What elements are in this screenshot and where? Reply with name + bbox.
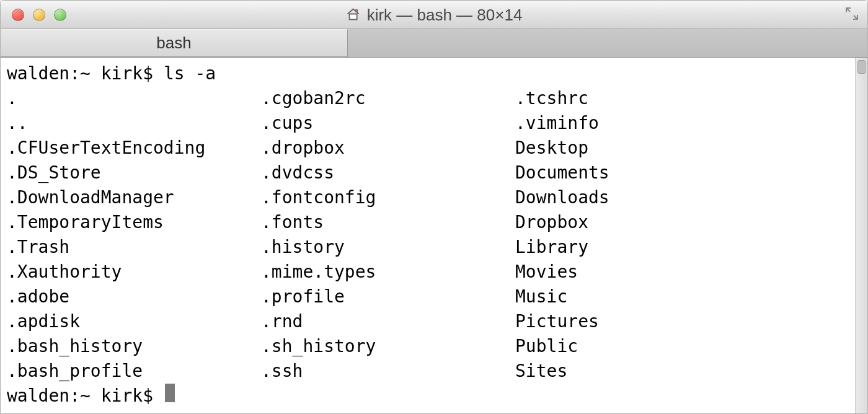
window-controls <box>1 9 66 21</box>
content-area: walden:~ kirk$ ls -a..cgoban2rc.tcshrc..… <box>1 58 867 413</box>
file-entry: .cups <box>261 111 515 136</box>
file-entry: .adobe <box>7 284 261 309</box>
file-entry: .viminfo <box>515 111 599 136</box>
file-entry: .apdisk <box>7 309 261 334</box>
file-entry: .tcshrc <box>515 86 588 111</box>
file-entry: Desktop <box>515 136 588 161</box>
file-entry: .history <box>261 235 515 260</box>
window-title-text: kirk — bash — 80×14 <box>367 5 523 24</box>
listing-row: .adobe.profileMusic <box>7 284 850 309</box>
shell-prompt: walden:~ kirk$ <box>7 384 164 408</box>
listing-row: ..cgoban2rc.tcshrc <box>7 86 850 111</box>
file-entry: Public <box>515 334 578 359</box>
svg-rect-0 <box>350 14 357 20</box>
tab-label: bash <box>156 33 191 53</box>
command-text: ls -a <box>164 61 216 86</box>
file-entry: .profile <box>261 284 515 309</box>
titlebar[interactable]: kirk — bash — 80×14 <box>1 1 867 29</box>
cursor <box>165 384 175 402</box>
file-entry: .rnd <box>261 309 515 334</box>
listing-row: .DS_Store.dvdcssDocuments <box>7 161 850 185</box>
file-entry: Downloads <box>515 185 609 210</box>
zoom-button[interactable] <box>54 9 66 21</box>
file-entry: .CFUserTextEncoding <box>7 136 261 161</box>
listing-row: .apdisk.rndPictures <box>7 309 850 334</box>
file-entry: .dvdcss <box>261 161 515 185</box>
file-entry: .. <box>7 111 261 136</box>
listing-row: .bash_profile.sshSites <box>7 359 850 384</box>
file-entry: .bash_history <box>7 334 261 359</box>
tab-bar: bash <box>1 29 867 58</box>
shell-prompt: walden:~ kirk$ <box>7 61 164 86</box>
file-entry: .bash_profile <box>7 359 261 384</box>
file-entry: .fontconfig <box>261 185 515 210</box>
fullscreen-icon[interactable] <box>845 7 859 23</box>
listing-row: .DownloadManager.fontconfigDownloads <box>7 185 850 210</box>
home-icon <box>346 7 361 22</box>
listing-row: .CFUserTextEncoding.dropboxDesktop <box>7 136 850 161</box>
terminal-output[interactable]: walden:~ kirk$ ls -a..cgoban2rc.tcshrc..… <box>1 58 855 413</box>
file-entry: .dropbox <box>261 136 515 161</box>
file-entry: Pictures <box>515 309 599 334</box>
prompt-line: walden:~ kirk$ <box>7 384 850 408</box>
scrollbar[interactable] <box>855 58 867 413</box>
file-entry: .TemporaryItems <box>7 210 261 235</box>
close-button[interactable] <box>12 9 24 21</box>
file-entry: .sh_history <box>261 334 515 359</box>
file-entry: .Trash <box>7 235 261 260</box>
minimize-button[interactable] <box>33 9 45 21</box>
file-entry: Movies <box>515 260 578 284</box>
file-entry: Dropbox <box>515 210 588 235</box>
listing-row: .bash_history.sh_historyPublic <box>7 334 850 359</box>
scroll-thumb[interactable] <box>857 60 866 74</box>
file-entry: . <box>7 86 261 111</box>
file-entry: .cgoban2rc <box>261 86 515 111</box>
file-entry: .mime.types <box>261 260 515 284</box>
prompt-line: walden:~ kirk$ ls -a <box>7 61 850 86</box>
listing-row: .Trash.historyLibrary <box>7 235 850 260</box>
file-entry: .fonts <box>261 210 515 235</box>
tab-bash[interactable]: bash <box>1 29 348 57</box>
file-entry: Documents <box>515 161 609 185</box>
file-entry: .DS_Store <box>7 161 261 185</box>
file-entry: .ssh <box>261 359 515 384</box>
file-entry: .DownloadManager <box>7 185 261 210</box>
file-entry: .Xauthority <box>7 260 261 284</box>
window-title: kirk — bash — 80×14 <box>346 5 523 24</box>
listing-row: .TemporaryItems.fontsDropbox <box>7 210 850 235</box>
listing-row: .Xauthority.mime.typesMovies <box>7 260 850 284</box>
file-entry: Sites <box>515 359 567 384</box>
file-entry: Music <box>515 284 567 309</box>
terminal-window: kirk — bash — 80×14 bash walden:~ kirk$ … <box>0 0 868 414</box>
listing-row: ...cups.viminfo <box>7 111 850 136</box>
file-entry: Library <box>515 235 588 260</box>
